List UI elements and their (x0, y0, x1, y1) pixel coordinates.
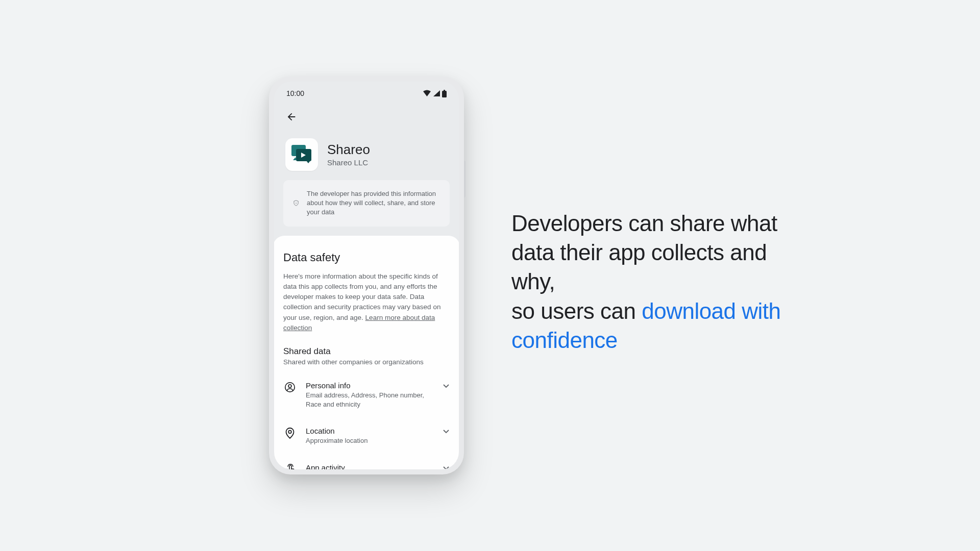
person-icon (284, 382, 296, 393)
app-icon (285, 138, 318, 171)
status-bar: 10:00 (274, 82, 459, 104)
chevron-down-icon (443, 382, 450, 389)
svg-point-7 (288, 385, 291, 388)
notice-text: The developer has provided this informat… (307, 189, 439, 217)
back-button[interactable] (281, 107, 302, 127)
phone-screen: 10:00 (274, 82, 459, 469)
data-item-location[interactable]: Location Approximate location (283, 421, 450, 458)
location-icon (285, 427, 295, 439)
svg-rect-1 (444, 90, 445, 91)
app-header: Shareo Shareo LLC (274, 133, 459, 180)
shared-data-desc: Shared with other companies or organizat… (283, 358, 450, 366)
marketing-headline: Developers can share what data their app… (511, 209, 782, 355)
battery-icon (442, 90, 447, 97)
data-safety-body: Here's more information about the specif… (283, 271, 450, 334)
marketing-text-1: Developers can share what data their app… (511, 211, 777, 294)
data-safety-title: Data safety (283, 251, 450, 264)
data-item-desc: Approximate location (306, 436, 433, 445)
marketing-text-2: so users can (511, 298, 642, 323)
developer-notice-card: The developer has provided this informat… (283, 180, 450, 227)
data-item-app-activity[interactable]: App activity Page views (283, 458, 450, 469)
app-name: Shareo (327, 142, 370, 157)
data-item-title: Personal info (306, 381, 433, 390)
wifi-icon (423, 90, 431, 97)
chevron-down-icon (443, 428, 450, 435)
cellular-icon (433, 90, 440, 97)
svg-rect-0 (442, 91, 447, 97)
status-icons (423, 90, 447, 97)
touch-icon (285, 464, 295, 469)
status-time: 10:00 (286, 89, 304, 97)
svg-point-8 (288, 431, 291, 434)
data-item-desc: Email address, Address, Phone number, Ra… (306, 391, 433, 409)
svg-point-4 (296, 202, 297, 203)
data-safety-card: Data safety Here's more information abou… (274, 236, 459, 469)
phone-power-button (464, 161, 465, 197)
shield-info-icon (293, 196, 299, 210)
chevron-down-icon (443, 464, 450, 469)
data-item-personal-info[interactable]: Personal info Email address, Address, Ph… (283, 376, 450, 421)
arrow-back-icon (286, 111, 297, 122)
shareo-logo-icon (290, 144, 313, 165)
phone-frame: 10:00 (269, 77, 464, 474)
data-item-title: Location (306, 427, 433, 435)
app-developer: Shareo LLC (327, 158, 370, 167)
shared-data-title: Shared data (283, 346, 450, 357)
data-item-title: App activity (306, 463, 433, 469)
